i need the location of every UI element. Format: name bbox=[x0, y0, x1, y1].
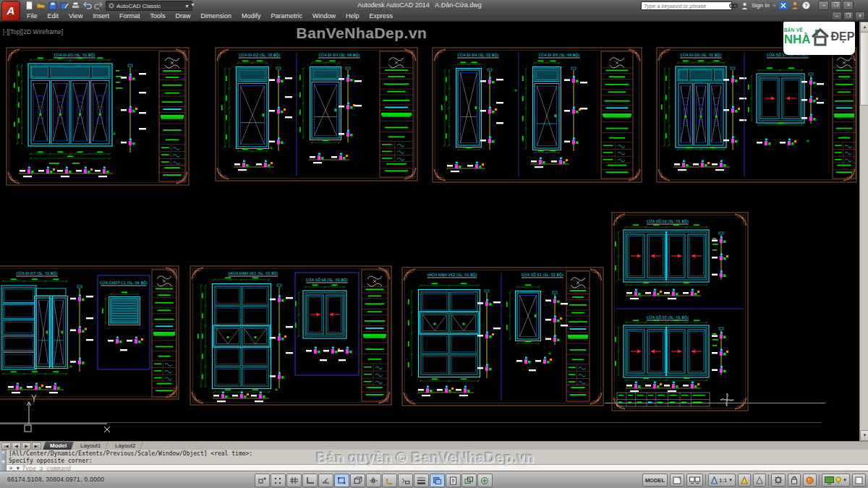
menu-modify[interactable]: Modify bbox=[237, 11, 266, 21]
command-window-grip[interactable]: ✕⚒ bbox=[0, 450, 7, 471]
redo-icon[interactable] bbox=[94, 1, 103, 10]
polar-tracking-toggle[interactable] bbox=[318, 474, 333, 487]
dynamic-input-toggle[interactable] bbox=[398, 474, 413, 487]
cad-drawing-panel: VÁCH KÍNH VK2 (SL: 01 BỘ)CỬA SỔ S1 (SL: … bbox=[401, 267, 604, 406]
house-icon bbox=[811, 27, 830, 47]
performance-button[interactable] bbox=[803, 474, 817, 487]
search-binoculars-icon[interactable] bbox=[729, 2, 738, 9]
cad-drawing-panel: CỬA ĐI Đ4 (SL: 02 BỘ)CỬA ĐI Đ5 (SL: 04 B… bbox=[432, 47, 642, 183]
svg-text:VÁCH KÍNH VK2 (SL: 01 BỘ): VÁCH KÍNH VK2 (SL: 01 BỘ) bbox=[427, 273, 477, 277]
dynamic-ucs-toggle[interactable] bbox=[382, 474, 397, 487]
workspace-extra-caret[interactable]: ▼ bbox=[190, 2, 195, 7]
status-bar: 66174.5108, 30804.0971, 0.0000 MODEL 1:1… bbox=[0, 471, 868, 488]
annotation-visibility-button[interactable] bbox=[738, 474, 751, 487]
grid-display-toggle[interactable] bbox=[286, 474, 302, 487]
new-icon[interactable] bbox=[25, 1, 34, 10]
close-button[interactable]: × bbox=[843, 1, 854, 10]
infer-constraints-toggle[interactable] bbox=[255, 474, 270, 487]
open-icon[interactable] bbox=[36, 1, 46, 10]
cad-drawing-panel: CỬA ĐI Đ1 (SL: 01 BỘ) bbox=[6, 47, 190, 186]
exchange-apps-icon[interactable] bbox=[779, 1, 788, 9]
help-icon[interactable]: ? bbox=[802, 1, 810, 9]
tab-layout1[interactable]: Layout1 bbox=[73, 442, 109, 450]
quick-view-drawings-button[interactable] bbox=[686, 474, 703, 487]
annotation-monitor-toggle[interactable] bbox=[477, 474, 493, 487]
3d-object-snap-toggle[interactable] bbox=[350, 474, 365, 487]
show-lineweight-toggle[interactable] bbox=[414, 474, 429, 487]
tab-nav-buttons[interactable]: |◀◀▶▶| bbox=[1, 442, 41, 450]
object-snap-tracking-toggle[interactable] bbox=[366, 474, 381, 487]
undo-icon[interactable] bbox=[82, 1, 92, 10]
scroll-down-icon[interactable]: ▼ bbox=[860, 430, 868, 441]
gear-icon bbox=[109, 3, 114, 9]
cad-drawing-panel: VÁCH KÍNH VK1 (SL: 01 BỘ)CỬA SỔ S6 (SL: … bbox=[190, 265, 392, 406]
layout-sheet-icon bbox=[673, 476, 681, 484]
snap-mode-toggle[interactable] bbox=[271, 474, 286, 487]
menu-draw[interactable]: Draw bbox=[170, 11, 195, 21]
quick-properties-toggle[interactable] bbox=[446, 474, 461, 487]
tray-status-button[interactable]: ▼ bbox=[822, 474, 850, 487]
viewport-controls-label[interactable]: [-][Top][2D Wireframe] bbox=[3, 28, 63, 35]
scroll-up-icon[interactable]: ▲ bbox=[860, 22, 868, 33]
menu-view[interactable]: View bbox=[64, 11, 88, 21]
workspace-switching-button[interactable] bbox=[771, 474, 786, 487]
drawing-canvas[interactable]: BanVeNhaDep.vn [-][Top][2D Wireframe] CỬ… bbox=[0, 22, 868, 441]
save-as-icon[interactable] bbox=[59, 1, 69, 10]
vertical-scrollbar[interactable]: ▲ ▼ bbox=[859, 22, 868, 441]
svg-text:CỬA ĐI Đ3 (SL: 04 BỘ): CỬA ĐI Đ3 (SL: 04 BỘ) bbox=[319, 53, 360, 57]
svg-text:?: ? bbox=[805, 3, 808, 8]
menu-file[interactable]: File bbox=[22, 11, 43, 21]
doc-minimize-button[interactable]: – bbox=[832, 12, 842, 20]
command-window[interactable]: ✕⚒ [All/Center/Dynamic/Extents/Previous/… bbox=[0, 449, 868, 471]
svg-text:CỬA CHỚP C1 (SL: 04 BỘ): CỬA CHỚP C1 (SL: 04 BỘ) bbox=[100, 281, 148, 285]
model-space-button[interactable]: MODEL bbox=[642, 474, 668, 487]
menu-dimension[interactable]: Dimension bbox=[195, 11, 237, 21]
annotation-autoscale-button[interactable] bbox=[753, 474, 766, 487]
chevron-down-icon: ▼ bbox=[184, 4, 190, 9]
quick-view-layouts-button[interactable] bbox=[670, 474, 684, 487]
restore-button[interactable]: ❒ bbox=[830, 1, 841, 10]
doc-restore-button[interactable]: ❒ bbox=[843, 12, 854, 20]
tab-model[interactable]: Model bbox=[43, 442, 75, 450]
menu-bar: FileEditViewInsertFormatToolsDrawDimensi… bbox=[0, 11, 868, 22]
autocad-window: AutoCAD Classic ▼ ▼ Autodesk AutoCAD 201… bbox=[0, 0, 868, 488]
communication-center-icon[interactable] bbox=[791, 1, 799, 9]
autocad-app-button[interactable]: A bbox=[1, 1, 20, 21]
menu-insert[interactable]: Insert bbox=[88, 11, 114, 21]
menu-express[interactable]: Express bbox=[365, 11, 399, 21]
titlebar-right-cluster: Sign In ▾ ? – ❒ × bbox=[729, 1, 854, 10]
tray-bulb-icon bbox=[835, 476, 841, 484]
save-icon[interactable] bbox=[48, 1, 57, 10]
workspace-dropdown[interactable]: AutoCAD Classic ▼ bbox=[106, 1, 192, 11]
menu-edit[interactable]: Edit bbox=[43, 11, 64, 21]
command-history: [All/Center/Dynamic/Extents/Previous/Sca… bbox=[9, 450, 868, 464]
annotation-scale-control[interactable]: 1:1▼ bbox=[708, 474, 736, 487]
minimize-button[interactable]: – bbox=[818, 1, 829, 10]
object-snap-toggle[interactable] bbox=[334, 474, 349, 487]
sign-in-link[interactable]: Sign In bbox=[752, 2, 770, 9]
tab-layout2[interactable]: Layout2 bbox=[108, 442, 143, 450]
plot-icon[interactable] bbox=[71, 1, 80, 10]
ortho-mode-toggle[interactable] bbox=[302, 474, 318, 487]
menu-help[interactable]: Help bbox=[341, 11, 365, 21]
clean-screen-icon bbox=[855, 476, 863, 484]
doc-close-button[interactable]: × bbox=[855, 12, 865, 20]
lock-icon bbox=[791, 476, 798, 484]
cad-drawing-panel: CỬA SỔ S4 (SL: 01 BỘ)CỬA SỔ S5 (SL: 01 B… bbox=[611, 212, 749, 411]
menu-parametric[interactable]: Parametric bbox=[266, 11, 308, 21]
search-input[interactable] bbox=[641, 1, 732, 10]
svg-text:CỬA ĐI Đ4 (SL: 02 BỘ): CỬA ĐI Đ4 (SL: 02 BỘ) bbox=[458, 53, 499, 57]
toolbar-lock-button[interactable] bbox=[788, 474, 801, 487]
show-transparency-toggle[interactable] bbox=[430, 474, 445, 487]
svg-text:CỬA ĐI Đ7 (SL: 01 BỘ): CỬA ĐI Đ7 (SL: 01 BỘ) bbox=[17, 271, 58, 275]
status-toggles bbox=[255, 474, 493, 487]
banvenhadep-logo: BẢN VẼ NHÀ ĐẸP bbox=[783, 22, 855, 55]
svg-text:CỬA SỔ S6 (SL: 01 BỘ): CỬA SỔ S6 (SL: 01 BỘ) bbox=[306, 277, 348, 282]
menu-tools[interactable]: Tools bbox=[145, 11, 170, 21]
menu-window[interactable]: Window bbox=[307, 11, 341, 21]
clean-screen-button[interactable] bbox=[852, 474, 866, 487]
menu-format[interactable]: Format bbox=[114, 11, 145, 21]
window-title: Autodesk AutoCAD 2014 A.Đản-Cửa.dwg bbox=[311, 1, 528, 9]
scrollbar-thumb[interactable] bbox=[860, 32, 868, 106]
selection-cycling-toggle[interactable] bbox=[461, 474, 477, 487]
